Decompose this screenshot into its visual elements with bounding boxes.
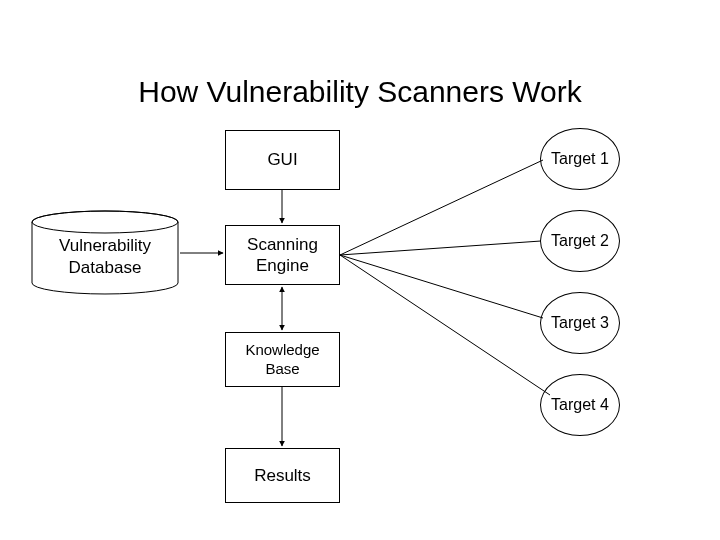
node-target-2: Target 2 xyxy=(540,210,620,272)
node-scanning-engine-label: Scanning Engine xyxy=(247,234,318,277)
node-target-1: Target 1 xyxy=(540,128,620,190)
svg-line-7 xyxy=(340,241,541,255)
node-results-label: Results xyxy=(254,466,311,486)
svg-line-6 xyxy=(340,160,543,255)
node-target-2-label: Target 2 xyxy=(551,232,609,250)
diagram-title: How Vulnerability Scanners Work xyxy=(0,75,720,109)
node-vulnerability-database-label: Vulnerability Database xyxy=(59,235,151,278)
node-target-4-label: Target 4 xyxy=(551,396,609,414)
node-scanning-engine: Scanning Engine xyxy=(225,225,340,285)
node-target-1-label: Target 1 xyxy=(551,150,609,168)
svg-line-8 xyxy=(340,255,543,318)
node-knowledge-base: Knowledge Base xyxy=(225,332,340,387)
node-target-3-label: Target 3 xyxy=(551,314,609,332)
node-vulnerability-database: Vulnerability Database xyxy=(30,210,180,295)
node-target-4: Target 4 xyxy=(540,374,620,436)
node-target-3: Target 3 xyxy=(540,292,620,354)
node-results: Results xyxy=(225,448,340,503)
node-gui: GUI xyxy=(225,130,340,190)
node-knowledge-base-label: Knowledge Base xyxy=(245,341,319,379)
svg-line-9 xyxy=(340,255,550,395)
node-gui-label: GUI xyxy=(267,150,297,170)
